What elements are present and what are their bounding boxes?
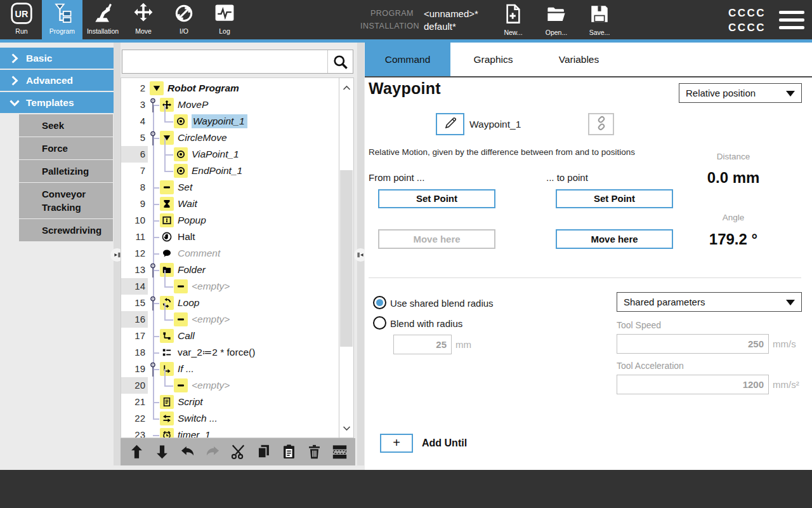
undo-icon[interactable] [178,443,197,462]
tree-expander-icon[interactable] [149,130,157,147]
left-splitter[interactable] [114,43,121,465]
urlogo-icon: UR [10,1,34,25]
hamburger-menu-icon[interactable] [779,11,804,34]
tree-node-empty[interactable]: <empty> [192,311,230,328]
tab-variables[interactable]: Variables [536,43,622,76]
nav-tab-io[interactable]: I/O [164,0,204,39]
scroll-down-icon[interactable] [339,418,353,438]
move-up-icon[interactable] [127,443,146,462]
add-until-button[interactable]: + [380,434,413,453]
tool-speed-input[interactable] [617,334,769,354]
tree-connector [164,303,166,319]
tree-node-empty[interactable]: <empty> [192,377,230,394]
tab-graphics[interactable]: Graphics [450,43,536,76]
save-button[interactable]: Save... [581,3,618,36]
tree-expander-icon[interactable] [149,361,157,378]
tree-node-halt[interactable]: Halt [178,229,195,245]
scroll-up-icon[interactable] [339,78,353,97]
new-button[interactable]: New... [495,3,532,36]
right-splitter[interactable] [357,43,364,465]
redo-icon[interactable] [203,443,222,462]
tree-node-var-2-2-force[interactable]: var_2≔2 * force() [178,344,255,361]
sidebar-category-templates[interactable]: Templates [0,92,117,113]
blend-radius-input[interactable] [393,335,452,354]
installation-name: default* [424,21,456,32]
suppress-icon[interactable] [330,443,349,462]
copy-icon[interactable] [254,443,273,462]
popup-node-icon [160,213,174,227]
tab-command[interactable]: Command [365,43,450,76]
move-here-from-button[interactable]: Move here [378,229,495,249]
tree-node-script[interactable]: Script [178,394,203,410]
tree-search-input[interactable] [122,50,327,73]
tree-node-switch[interactable]: Switch ... [178,410,218,427]
cut-icon[interactable] [228,443,247,462]
tree-scrollbar[interactable] [339,77,354,438]
sidebar-item-conveyor-tracking[interactable]: Conveyor Tracking [19,183,113,218]
nav-tab-program[interactable]: Program [42,0,82,39]
sidebar-item-force[interactable]: Force [19,137,113,159]
tree-node-empty[interactable]: <empty> [192,278,230,295]
chain-link-icon [594,116,609,133]
sidebar-item-palletizing[interactable]: Palletizing [19,160,113,182]
position-type-dropdown[interactable]: Relative position [679,83,802,103]
tree-node-popup[interactable]: Popup [178,212,206,229]
tree-node-folder[interactable]: Folder [178,262,206,278]
tree-line-number: 4 [121,113,145,130]
nav-tab-installation[interactable]: Installation [82,0,123,39]
add-until-label: Add Until [422,434,467,453]
radio-blend-with-radius-label: Blend with radius [390,318,462,329]
sidebar-item-screwdriving[interactable]: Screwdriving [19,219,113,241]
nav-tab-move[interactable]: Move [123,0,164,39]
tree-node-viapoint-1[interactable]: ViaPoint_1 [192,146,239,163]
tree-node-set[interactable]: Set [178,179,192,196]
tree-line-number: 8 [121,179,145,196]
nav-tab-log[interactable]: Log [204,0,245,39]
tree-line-number: 3 [121,97,145,113]
tree-connector [164,385,173,387]
open-button[interactable]: Open... [538,3,575,36]
sidebar-category-label: Templates [26,97,74,109]
tree-connector [164,369,166,385]
to-point-label: ... to point [546,172,588,183]
scrollbar-thumb[interactable] [340,170,353,347]
set-point-to-button[interactable]: Set Point [556,189,673,208]
tree-node-timer-1[interactable]: timer_1 [178,427,211,438]
paste-icon[interactable] [279,443,298,462]
set-point-from-button[interactable]: Set Point [378,189,495,208]
tree-node-endpoint-1[interactable]: EndPoint_1 [192,163,242,179]
tree-node-movep[interactable]: MoveP [178,97,208,113]
search-icon[interactable] [327,50,353,73]
tree-node-loop[interactable]: Loop [178,295,199,311]
sidebar-category-basic[interactable]: Basic [0,48,117,69]
parameters-dropdown[interactable]: Shared parameters [617,292,802,312]
tree-expander-icon[interactable] [149,295,157,312]
tree-node-wait[interactable]: Wait [178,196,197,212]
move-here-to-button[interactable]: Move here [556,229,673,249]
loop-node-icon [160,296,174,310]
tree-node-robot-program[interactable]: Robot Program [167,80,239,97]
sidebar-item-seek[interactable]: Seek [19,114,113,137]
tool-accel-unit: mm/s² [773,379,799,390]
delete-icon[interactable] [304,443,324,462]
tree-node-waypoint-1[interactable]: Waypoint_1 [192,113,247,130]
tool-accel-input[interactable] [617,375,769,394]
tree-expander-icon[interactable] [149,97,157,114]
tree-node-circlemove[interactable]: CircleMove [178,130,227,146]
move4-icon [131,1,155,25]
tree-node-call[interactable]: Call [178,328,195,344]
tree-expander-icon[interactable] [149,262,157,279]
nav-tab-run[interactable]: URRun [1,0,42,39]
move-down-icon[interactable] [152,443,171,462]
radio-shared-blend[interactable] [373,296,386,309]
tree-toolbar [121,438,355,465]
link-waypoint-button[interactable] [588,113,614,135]
nav-tab-label: I/O [180,27,188,35]
tree-node-if[interactable]: If ... [178,361,194,377]
program-name: <unnamed>* [424,8,478,19]
waypoint-name: Waypoint_1 [469,113,521,135]
rename-waypoint-button[interactable] [436,113,464,135]
sidebar-category-advanced[interactable]: Advanced [0,70,117,91]
radio-blend-with-radius[interactable] [373,316,386,330]
tree-node-comment[interactable]: Comment [178,245,220,262]
